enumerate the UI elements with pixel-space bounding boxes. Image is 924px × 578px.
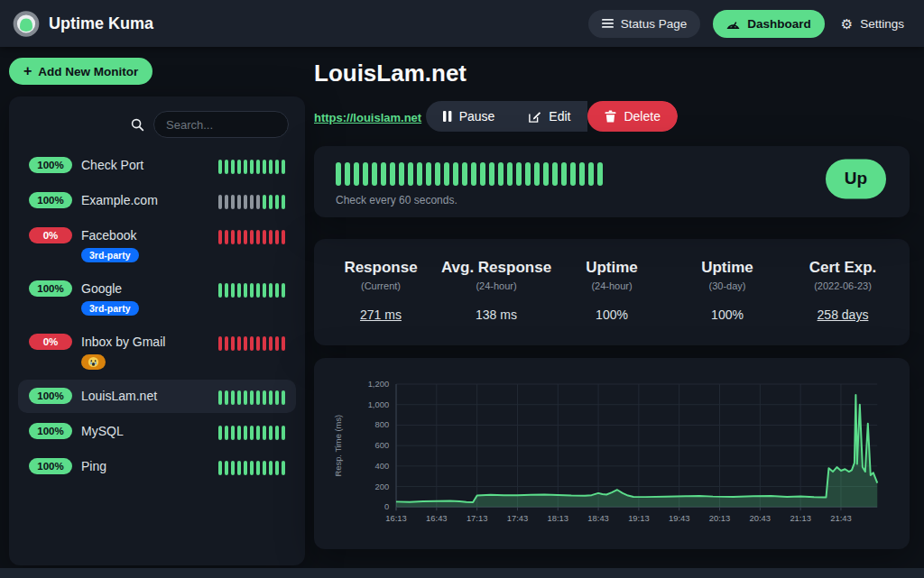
monitor-list-item[interactable]: 100%Google3rd-party [18,272,296,324]
beat [237,195,241,209]
beat [263,195,266,209]
monitor-list-item[interactable]: 0%Inbox by Gmail [18,326,296,378]
monitor-info: 100%Check Port [29,157,143,173]
stat-sublabel: (24-hour) [554,280,670,291]
monitor-line: 100%Ping [29,458,106,474]
monitor-info: 0%Inbox by Gmail [29,334,165,370]
x-tick-label: 17:43 [507,514,528,523]
app-title: Uptime Kuma [49,14,153,33]
stat-column: Uptime(24-hour)100% [554,259,670,322]
beat [237,426,241,440]
beat [282,426,285,440]
beat [269,195,273,209]
beat [218,283,222,298]
beat [282,160,285,174]
stat-column: Cert Exp.(2022-06-23)258 days [785,259,901,322]
check-interval-caption: Check every 60 seconds. [336,194,888,206]
beat [237,283,241,298]
beat [507,162,513,186]
beat [225,160,228,174]
beat [237,390,241,405]
app-brand[interactable]: Uptime Kuma [13,10,153,37]
mini-heartbeat-bar [218,157,285,174]
list-icon [602,18,614,29]
mini-heartbeat-bar [218,280,285,298]
beat [237,461,241,475]
beat [275,283,279,298]
beat [363,162,368,186]
beat [250,426,254,440]
beat [218,160,222,174]
beat [516,162,522,186]
beat [408,162,413,186]
beat [275,195,279,209]
monitor-url-link[interactable]: https://louislam.net [314,111,421,124]
settings-button[interactable]: ⚙ Settings [837,10,908,38]
delete-button[interactable]: Delete [587,101,677,132]
beat [231,230,235,244]
content-area: + Add New Monitor 100%Check Port100%Exam… [0,47,924,565]
status-page-button[interactable]: Status Page [588,10,701,38]
third-party-badge: 3rd-party [81,248,139,262]
beat [256,230,260,244]
beat [231,390,235,405]
monitor-line: 100%Google [29,280,139,297]
beat [250,195,254,209]
stat-sublabel: (2022-06-23) [785,280,901,291]
pause-button[interactable]: Pause [426,101,513,132]
monitor-line: 100%LouisLam.net [29,388,157,404]
edit-button[interactable]: Edit [512,101,587,132]
monitor-list-item[interactable]: 100%Example.com [18,184,296,217]
stat-label: Uptime [670,259,785,277]
beat [399,162,404,186]
monitor-name: Check Port [81,158,143,172]
beat [263,426,266,440]
monitor-list-item[interactable]: 100%Check Port [18,149,296,182]
beat [250,336,254,351]
monitor-list-item[interactable]: 100%Ping [18,450,296,483]
monitor-name: Example.com [81,193,158,207]
status-badge: Up [826,159,886,198]
status-page-label: Status Page [621,17,688,31]
stat-value: 100% [670,307,785,322]
horizontal-scrollbar[interactable] [0,568,924,578]
stat-label: Uptime [554,259,670,277]
monitor-line: 100%Check Port [29,157,143,173]
beat [231,195,235,209]
add-monitor-label: Add New Monitor [38,65,138,78]
stat-value: 100% [554,307,670,322]
navbar: Uptime Kuma Status Page Dashboard ⚙ Sett… [0,0,924,47]
monitor-line: 100%MySQL [29,423,124,439]
x-tick-label: 19:43 [669,514,689,523]
stat-value: 138 ms [439,307,554,322]
y-tick-label: 600 [374,441,389,450]
x-tick-label: 19:13 [628,514,649,523]
search-icon [131,118,144,132]
beat [218,230,222,244]
stat-column: Uptime(30-day)100% [670,259,785,322]
dashboard-button[interactable]: Dashboard [713,10,825,38]
monitor-name: LouisLam.net [81,389,157,403]
gear-icon: ⚙ [841,17,853,31]
beat [381,162,386,186]
crying-face-icon [88,356,99,368]
beat [269,426,273,440]
beat [250,230,254,244]
pause-icon [443,111,452,122]
edit-pencil-icon [529,110,541,123]
mini-heartbeat-bar [218,388,285,405]
monitor-list-item[interactable]: 0%Facebook3rd-party [18,219,296,271]
stat-sublabel: (Current) [323,280,439,291]
monitor-line: 0%Facebook [29,227,139,243]
beat [218,195,222,209]
search-input[interactable] [153,111,289,138]
beat [263,461,266,475]
monitor-list-item[interactable]: 100%MySQL [18,415,296,448]
beat [250,461,254,475]
beat [588,162,594,186]
add-new-monitor-button[interactable]: + Add New Monitor [9,58,152,85]
gauge-icon [726,18,740,30]
monitor-actions: Pause Edit Delete [426,101,678,132]
monitor-list-item[interactable]: 100%LouisLam.net [18,380,296,413]
monitor-list: 100%Check Port100%Example.com0%Facebook3… [18,149,296,483]
